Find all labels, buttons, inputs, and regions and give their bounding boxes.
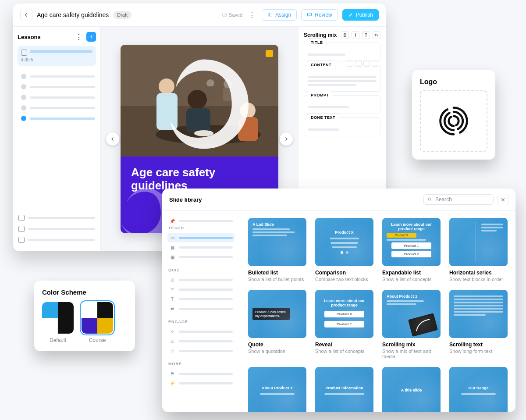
template-row3[interactable]: About Product Y: [248, 367, 306, 412]
template-bulleted-list[interactable]: A List Slide Bulleted list Show a list o…: [248, 218, 306, 282]
sidebar-item[interactable]: ☺: [167, 336, 235, 346]
tool-icon[interactable]: [347, 60, 353, 67]
panel-tab: TITLE: [307, 38, 327, 46]
footer-item[interactable]: [18, 235, 96, 245]
more-menu[interactable]: ⋮: [247, 10, 257, 20]
document-title[interactable]: Age care safety guidelines: [37, 11, 109, 18]
review-button[interactable]: Review: [301, 9, 338, 21]
template-scrolling-mix[interactable]: About Product 1 Scrolling mix Show a mix…: [382, 290, 441, 359]
tool-icon[interactable]: [355, 60, 362, 67]
prompt-panel[interactable]: PROMPT: [304, 95, 380, 114]
close-button[interactable]: [497, 194, 508, 205]
template-comparison[interactable]: Product X Comparison Compare two text bl…: [315, 218, 373, 282]
sidebar-item[interactable]: ◎: [167, 275, 235, 285]
close-icon: [501, 197, 505, 202]
template-desc: Show a list of bullet points: [248, 277, 306, 282]
library-sidebar: 📌 TEACH ▭ ▦ ▣ QUIZ ◎ ≣ T ⇄ ENGAGE ✧ ☺ ☆: [162, 211, 240, 412]
tool-icon[interactable]: [363, 60, 370, 67]
back-button[interactable]: [20, 9, 32, 21]
assign-label: Assign: [275, 12, 291, 18]
thumb-row: Product 1: [391, 242, 431, 249]
panel-tab: PROMPT: [307, 91, 333, 99]
page-icon: ▭: [169, 235, 175, 241]
italic-button[interactable]: I: [352, 31, 359, 39]
publish-button[interactable]: Publish: [342, 9, 379, 21]
logo-heading: Logo: [420, 78, 487, 86]
brand-swirl-icon: [125, 48, 278, 157]
outline-item[interactable]: [20, 82, 96, 91]
cloud-check-icon: [222, 12, 227, 18]
editor-toolbar: Age care safety guidelines Draft Saved ⋮…: [13, 4, 386, 27]
template-quote[interactable]: Product X has defied my expectations. Qu…: [248, 290, 306, 359]
template-row3[interactable]: A title slide: [382, 367, 441, 412]
publish-label: Publish: [356, 12, 373, 18]
tool-icon[interactable]: [372, 60, 378, 67]
sidebar-item[interactable]: ▣: [167, 252, 235, 262]
sidebar-item-active[interactable]: ▭: [167, 233, 235, 242]
template-desc: Show long-form text: [449, 349, 508, 354]
sidebar-item[interactable]: T: [167, 294, 235, 304]
thumb-title: About Product 1: [387, 294, 436, 299]
content-tools: [347, 60, 378, 67]
thumb-title: Our Range: [468, 386, 488, 390]
template-thumb: Learn more about our product range Produ…: [382, 218, 441, 266]
sidebar-item[interactable]: ⚑: [167, 369, 235, 378]
flag-icon: ⚑: [169, 370, 175, 377]
template-horizontal-series[interactable]: Horizontal series Show text blocks in or…: [449, 218, 508, 282]
title-panel[interactable]: TITLE: [304, 43, 380, 61]
outline-item[interactable]: [20, 72, 96, 81]
add-lesson-button[interactable]: ＋: [86, 32, 96, 42]
thumb-title: Product Information: [326, 386, 363, 390]
template-name: Quote: [248, 342, 306, 348]
sidebar-item[interactable]: ≣: [167, 285, 235, 294]
footer-item[interactable]: [18, 213, 96, 223]
bolt-icon: ⚡: [169, 380, 175, 386]
template-thumb: About Product Y: [248, 367, 306, 412]
sidebar-item[interactable]: ☆: [167, 346, 235, 356]
sidebar-item[interactable]: ✧: [167, 327, 235, 336]
template-thumb: Learn more about our product range Produ…: [315, 290, 373, 338]
lesson-meta: 4:00 5: [21, 57, 92, 62]
template-expandable-list[interactable]: Learn more about our product range Produ…: [382, 218, 441, 282]
lessons-menu[interactable]: ⋮: [74, 32, 84, 42]
outline-item-active[interactable]: [20, 114, 96, 123]
scheme-course[interactable]: Course: [82, 302, 113, 343]
chat-icon: [307, 12, 312, 18]
sidebar-item[interactable]: ⚡: [167, 378, 235, 388]
selected-lesson-card[interactable]: 4:00 5: [18, 46, 96, 66]
rocket-icon: [348, 12, 353, 18]
sidebar-item[interactable]: 📌: [167, 216, 235, 226]
bold-button[interactable]: B: [341, 31, 349, 39]
text-button[interactable]: T: [362, 31, 370, 39]
next-slide-button[interactable]: [280, 132, 293, 146]
status-badge: Draft: [113, 11, 132, 19]
outline-item[interactable]: [20, 103, 96, 112]
template-thumb: [449, 218, 508, 266]
logo-dropzone[interactable]: [420, 90, 487, 152]
template-row3[interactable]: Product Information: [315, 367, 373, 412]
prev-slide-button[interactable]: [106, 132, 119, 146]
media-icon: ▣: [169, 254, 175, 260]
done-panel[interactable]: DONE TEXT: [304, 117, 380, 136]
thumb-title: Learn more about our product range: [320, 299, 369, 307]
footer-item[interactable]: [18, 224, 96, 234]
scheme-default[interactable]: Default: [42, 302, 74, 343]
sidebar-item[interactable]: ▦: [167, 242, 235, 252]
textsize-button[interactable]: Tт: [373, 31, 380, 39]
thumb-title: A List Slide: [252, 222, 302, 227]
library-grid: A List Slide Bulleted list Show a list o…: [240, 211, 515, 412]
template-reveal[interactable]: Learn more about our product range Produ…: [315, 290, 373, 359]
group-heading: ENGAGE: [168, 320, 235, 324]
search-input[interactable]: Search: [423, 194, 494, 205]
outline-item[interactable]: [20, 93, 96, 102]
content-panel[interactable]: CONTENT: [304, 65, 380, 92]
template-scrolling-text[interactable]: Scrolling text Show long-form text: [449, 290, 508, 359]
review-label: Review: [315, 12, 332, 18]
template-row3[interactable]: Our Range: [449, 367, 508, 412]
assign-button[interactable]: Assign: [262, 9, 297, 21]
sidebar-item[interactable]: ⇄: [167, 304, 235, 313]
template-thumb: A title slide: [382, 367, 441, 412]
lessons-header: Lessons ⋮ ＋: [18, 32, 96, 42]
list-icon: ≣: [169, 286, 175, 292]
logo-card: Logo: [412, 70, 495, 160]
